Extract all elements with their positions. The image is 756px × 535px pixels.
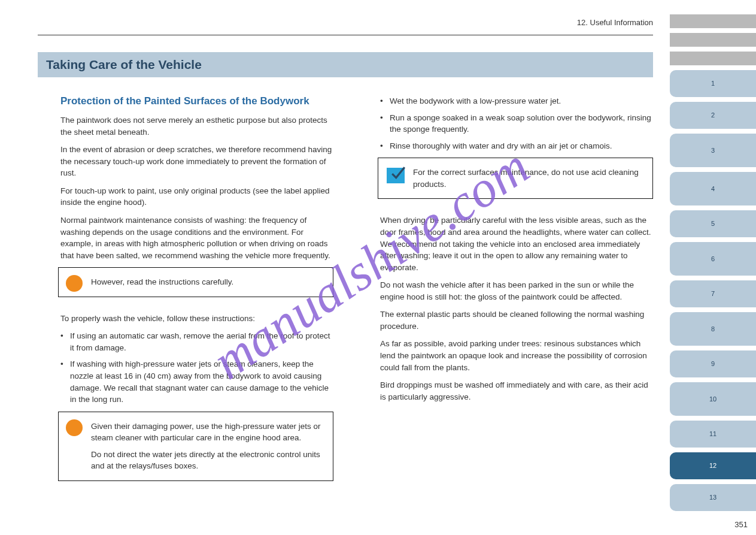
caution-icon	[66, 419, 83, 436]
page-number: 351	[734, 520, 748, 529]
tab-6[interactable]: 6	[670, 242, 756, 276]
list-item: Wet the bodywork with a low-pressure wat…	[380, 95, 653, 107]
para: The paintwork does not serve merely an e…	[60, 114, 333, 138]
para: For touch-up work to paint, use only ori…	[60, 185, 333, 208]
list-item: Rinse thoroughly with water and dry with…	[380, 140, 653, 152]
tab-5[interactable]: 5	[670, 210, 756, 237]
para: Bird droppings must be washed off immedi…	[380, 379, 653, 403]
tab-4[interactable]: 4	[670, 172, 756, 205]
para: The external plastic parts should be cle…	[380, 309, 653, 332]
para: Normal paintwork maintenance consists of…	[60, 214, 333, 261]
caution-line: Do not direct the water jets directly at…	[91, 449, 324, 472]
para: When drying, be particularly careful wit…	[380, 214, 653, 273]
left-column: Protection of the Painted Surfaces of th…	[38, 95, 333, 497]
caution-box: However, read the instructions carefully…	[58, 267, 333, 297]
caution-box: Given their damaging power, use the high…	[58, 412, 333, 481]
note-text: For the correct surfaces maintenance, do…	[413, 167, 644, 190]
tab-2[interactable]: 2	[670, 102, 756, 129]
tab-blank[interactable]	[670, 33, 756, 47]
tab-11[interactable]: 11	[670, 421, 756, 448]
tab-7[interactable]: 7	[670, 280, 756, 307]
tab-10[interactable]: 10	[670, 382, 756, 416]
tab-blank[interactable]	[670, 14, 756, 28]
tab-1[interactable]: 1	[670, 70, 756, 97]
para: As far as possible, avoid parking under …	[380, 338, 653, 373]
tab-13[interactable]: 13	[670, 484, 756, 511]
section-title: Taking Care of the Vehicle	[38, 52, 653, 77]
tab-12-active[interactable]: 12	[670, 452, 756, 479]
sidebar-tabs: 1 2 3 4 5 6 7 8 9 10 11 12 13	[670, 14, 756, 511]
note-icon	[387, 164, 406, 183]
two-columns: Protection of the Painted Surfaces of th…	[38, 95, 653, 497]
list-item: If washing with high-pressure water jets…	[60, 358, 333, 405]
chapter-label: 12. Useful Information	[577, 18, 653, 27]
tab-3[interactable]: 3	[670, 134, 756, 167]
right-column: Wet the bodywork with a low-pressure wat…	[357, 95, 653, 497]
tab-9[interactable]: 9	[670, 350, 756, 377]
content-area: 12. Useful Information Taking Care of th…	[38, 13, 653, 497]
tab-blank[interactable]	[670, 52, 756, 65]
tab-8[interactable]: 8	[670, 312, 756, 346]
para: Do not wash the vehicle after it has bee…	[380, 279, 653, 303]
top-rule	[38, 35, 653, 35]
caution-text: Given their damaging power, use the high…	[91, 421, 324, 472]
list-item: If using an automatic car wash, remove t…	[60, 330, 333, 353]
caution-text: However, read the instructions carefully…	[91, 276, 324, 288]
para: In the event of abrasion or deep scratch…	[60, 144, 333, 179]
caution-line: Given their damaging power, use the high…	[91, 421, 324, 444]
subheading-paint: Protection of the Painted Surfaces of th…	[60, 95, 333, 107]
note-box: For the correct surfaces maintenance, do…	[378, 158, 653, 199]
caution-icon	[66, 275, 83, 292]
list-item: Run a sponge soaked in a weak soap solut…	[380, 112, 653, 135]
para: To properly wash the vehicle, follow the…	[60, 313, 333, 325]
